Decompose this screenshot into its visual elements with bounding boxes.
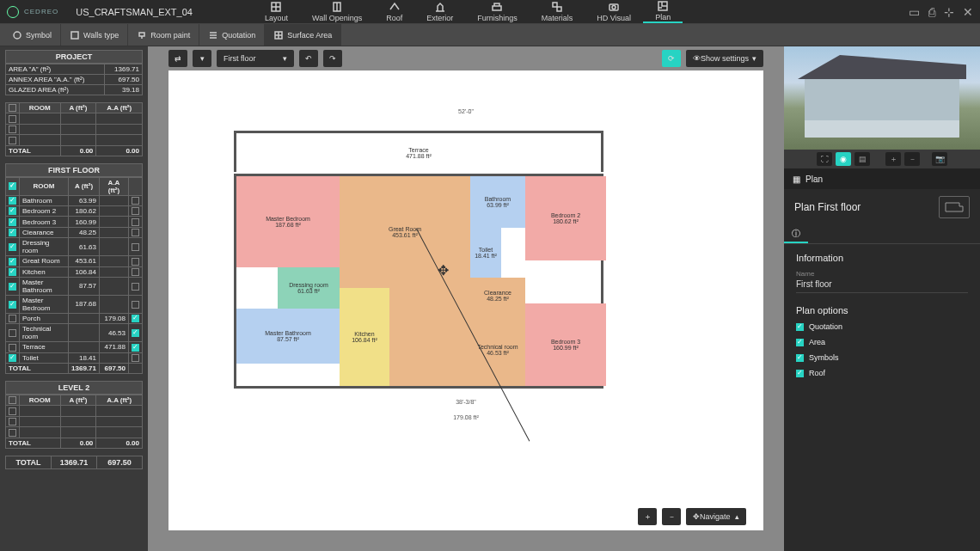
view-orbit-button[interactable]: ◉ [836,152,851,166]
tab-roof[interactable]: Roof [374,0,414,23]
navigate-button[interactable]: ✥ Navigate▴ [686,508,746,525]
level2-header: LEVEL 2 [5,381,143,395]
plan-canvas[interactable]: 52'-0" Terrace471.88 ft² Master Bedroom1… [168,70,763,530]
walls-icon [70,30,80,40]
tab-exterior[interactable]: Exterior [414,0,465,23]
dim-top: 52'-0" [193,108,739,114]
furnishings-icon [491,1,503,13]
roof-icon [389,1,401,13]
preview-camera-button[interactable]: 📷 [932,152,947,166]
sub-toolbar: Symbol Walls type Room paint Quotation S… [0,24,980,46]
redo-button[interactable]: ↷ [323,50,342,67]
room-bathroom[interactable]: Bathroom63.99 ft² [470,176,525,228]
tab-materials[interactable]: Materials [530,0,585,23]
canvas-toolbar: ⇄ ▾ First floor▾ ↶ ↷ ⟳ 👁 Show settings▾ [148,46,784,70]
first-floor-header: FIRST FLOOR [5,163,143,177]
symbol-icon [12,30,22,40]
room-technical[interactable]: Technical room46.53 ft² [470,314,525,386]
svg-point-8 [14,32,21,39]
preview-zoom-in[interactable]: ＋ [885,152,901,166]
room-master-bath[interactable]: Master Bathroom87.57 ft² [236,309,340,364]
canvas-area: ⇄ ▾ First floor▾ ↶ ↷ ⟳ 👁 Show settings▾ … [148,46,784,551]
exterior-icon [434,1,446,13]
openings-icon [331,1,343,13]
floor-select[interactable]: First floor▾ [217,50,294,67]
close-icon[interactable]: ✕ [963,5,973,19]
shape-thumbnail [939,196,970,218]
info-tab-i[interactable]: ⓘ [784,225,808,243]
view-layers-button[interactable]: ▤ [854,152,870,166]
quotation-icon [208,30,218,40]
right-panel: ⛶ ◉ ▤ ＋ － 📷 ▦ Plan Plan First floor ⓘ In… [784,46,980,551]
empty-rooms-table: ROOMA (ft²)A.A (ft²) TOTAL0.000.00 [5,102,143,156]
sync-button[interactable]: ⟳ [662,50,681,67]
section-information: Information [796,253,968,263]
zoom-out-button[interactable]: － [662,508,681,525]
comment-icon[interactable]: ▭ [909,5,920,19]
option-symbols[interactable]: Symbols [796,353,968,362]
project-panel-header: PROJECT [5,50,143,64]
floor-dropdown-caret[interactable]: ▾ [193,50,211,67]
camera-icon [608,1,620,13]
option-roof[interactable]: Roof [796,369,968,377]
room-great[interactable]: Great Room453.61 ft² [340,176,470,288]
undo-button[interactable]: ↶ [299,50,318,67]
house-render [805,76,959,138]
room-great2[interactable] [389,288,470,386]
tab-wall-openings[interactable]: Wall Openings [300,0,374,23]
info-tabs: ⓘ [784,225,980,244]
tab-plan[interactable]: Plan [643,0,683,23]
materials-icon [551,1,563,13]
room-terrace[interactable]: Terrace471.88 ft² [234,131,603,172]
right-panel-title: Plan First floor [784,189,980,225]
room-toilet[interactable]: Toilet18.41 ft² [470,228,501,278]
swap-button[interactable]: ⇄ [168,50,187,67]
show-settings-button[interactable]: 👁 Show settings▾ [686,50,763,67]
check-all-empty[interactable] [9,104,16,112]
room-master-bedroom[interactable]: Master Bedroom187.68 ft² [236,176,340,267]
window-controls: ▭ ⎙ ⊹ ✕ [909,5,973,19]
subtab-quotation[interactable]: Quotation [199,24,265,46]
subtab-walls-type[interactable]: Walls type [61,24,128,46]
dim-porch-w: 38'-3/8" [313,399,619,405]
tab-furnishings[interactable]: Furnishings [465,0,530,23]
zoom-in-button[interactable]: ＋ [638,508,657,525]
paint-icon [137,30,147,40]
logo-icon [7,6,19,18]
subtab-surface-area[interactable]: Surface Area [265,24,341,46]
svg-rect-4 [557,7,561,11]
top-bar: CEDREO US_CRAFTSMAN_EXT_04 Layout Wall O… [0,0,980,24]
dim-porch-area: 179.08 ft² [193,414,739,420]
room-bedroom2[interactable]: Bedroom 2180.62 ft² [525,176,606,260]
first-floor-table: ROOMA (ft²)A.A (ft²) Bathroom63.99 Bedro… [5,177,143,375]
right-tab-plan[interactable]: ▦ Plan [784,168,980,189]
subtab-room-paint[interactable]: Room paint [128,24,199,46]
view-person-button[interactable]: ⛶ [817,152,832,166]
room-bedroom3[interactable]: Bedroom 3160.99 ft² [525,303,606,386]
tab-hd-visual[interactable]: HD Visual [585,0,643,23]
preview-toolbar: ⛶ ◉ ▤ ＋ － 📷 [784,150,980,168]
layout-icon [270,1,282,13]
field-value-name[interactable]: First floor [796,279,968,293]
floor-plan: Master Bedroom187.68 ft² Dressing room61… [234,174,603,389]
option-area[interactable]: Area [796,338,968,346]
preview-zoom-out[interactable]: － [904,152,920,166]
room-dressing[interactable]: Dressing room61.63 ft² [278,267,340,309]
room-clearance[interactable]: Clearance48.25 ft² [470,278,525,314]
field-label-name: Name [796,270,968,278]
minimize-icon[interactable]: ⊹ [944,5,954,19]
left-panel: PROJECT AREA "A" (ft²)1369.71 ANNEX AREA… [0,46,148,551]
section-plan-options: Plan options [796,305,968,315]
save-icon[interactable]: ⎙ [928,5,935,19]
level2-table: ROOMA (ft²)A.A (ft²) TOTAL0.000.00 [5,395,143,449]
option-quotation[interactable]: Quotation [796,322,968,331]
preview-3d[interactable] [784,46,980,150]
main-tabs: Layout Wall Openings Roof Exterior Furni… [253,0,683,23]
room-kitchen[interactable]: Kitchen106.84 ft² [340,288,389,386]
check-all-ff[interactable] [9,182,16,190]
canvas-bottom-controls: ＋ － ✥ Navigate▴ [638,508,746,525]
subtab-symbol[interactable]: Symbol [3,24,61,46]
brand-label: CEDREO [24,8,58,15]
tab-layout[interactable]: Layout [253,0,300,23]
svg-point-6 [612,6,616,9]
